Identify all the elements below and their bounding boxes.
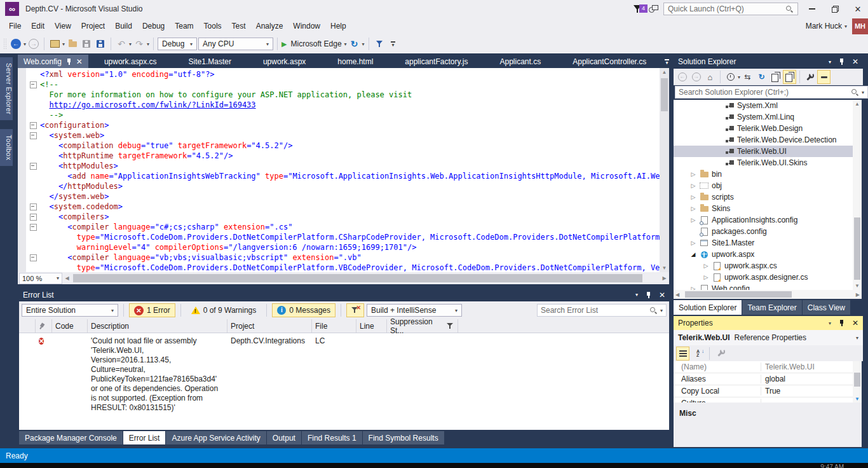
redo-button[interactable]: ↷ [133, 37, 146, 51]
menu-debug[interactable]: Debug [137, 18, 170, 34]
tab-web-config[interactable]: Web.config✕ [18, 55, 88, 68]
bottom-tab-find-symbol-results[interactable]: Find Symbol Results [363, 431, 444, 444]
outline-collapse-icon[interactable] [30, 132, 37, 139]
column-header-line[interactable]: Line [356, 319, 387, 333]
back-button[interactable]: ← [675, 70, 689, 84]
editor-zoom-select[interactable]: 100 %▾ [19, 273, 62, 284]
menu-team[interactable]: Team [170, 18, 198, 34]
menu-window[interactable]: Window [288, 18, 325, 34]
tab-upwork-aspx[interactable]: upwork.aspx [247, 55, 322, 68]
home-button[interactable]: ⌂ [703, 70, 717, 84]
column-header-project[interactable]: Project [227, 319, 312, 333]
filter-chevron-icon[interactable]: ▾ [738, 74, 740, 80]
column-filter-funnel-icon[interactable] [447, 322, 454, 330]
forward-button[interactable]: → [689, 70, 703, 84]
refresh-button[interactable]: ↻ [755, 70, 768, 84]
collapsed-icon[interactable]: ▷ [703, 274, 709, 280]
error-list-search-input[interactable]: Search Error List ▾ [537, 304, 667, 317]
editor-horizontal-scrollbar[interactable] [72, 273, 659, 283]
outline-collapse-icon[interactable] [30, 254, 37, 261]
properties-button[interactable] [803, 70, 817, 84]
notifications-flag-icon[interactable]: 4 [634, 4, 644, 13]
user-menu-chevron-icon[interactable]: ▾ [844, 24, 847, 29]
menu-help[interactable]: Help [325, 18, 351, 34]
editor-hscroll-thumb[interactable] [73, 274, 642, 282]
avatar[interactable]: MH [852, 18, 868, 34]
feedback-icon[interactable] [649, 5, 658, 13]
side-tab-toolbox[interactable]: Toolbox [0, 129, 13, 166]
pending-changes-filter-button[interactable] [724, 70, 737, 84]
solution-configuration-select[interactable]: Debug▾ [158, 38, 197, 50]
menu-view[interactable]: View [50, 18, 76, 34]
panel-tab-class-view[interactable]: Class View [803, 300, 850, 315]
close-button[interactable]: ✕ [849, 1, 867, 17]
property-row-culture[interactable]: Culture [674, 397, 853, 403]
tree-item-upwork-aspx-cs[interactable]: ▷upwork.aspx.cs [674, 260, 853, 272]
collapsed-icon[interactable]: ▷ [690, 240, 696, 246]
navigate-back-button[interactable]: ← [10, 37, 22, 51]
document-overflow-icon[interactable]: ▾ [665, 59, 669, 64]
property-row-copy-local[interactable]: Copy LocalTrue [674, 385, 853, 397]
toolbar-drag-handle[interactable] [3, 38, 6, 50]
column-header-description[interactable]: Description [88, 319, 227, 333]
sort-alphabetical-button[interactable]: AZ [691, 347, 705, 361]
tree-item-applicationinsights-config[interactable]: ▷ApplicationInsights.config [674, 214, 853, 226]
pinned-column-header[interactable] [36, 319, 52, 333]
outline-collapse-icon[interactable] [30, 163, 37, 170]
warnings-toggle[interactable]: 0 of 9 Warnings [186, 303, 262, 317]
pin-icon[interactable] [646, 292, 651, 298]
save-all-button[interactable] [94, 37, 107, 51]
bottom-tab-output[interactable]: Output [267, 431, 301, 444]
window-position-chevron-icon[interactable]: ▾ [829, 320, 831, 326]
navigate-forward-button[interactable]: → [27, 37, 40, 51]
panel-tab-solution-explorer[interactable]: Solution Explorer [674, 300, 742, 315]
close-pane-icon[interactable]: ✕ [852, 319, 858, 327]
properties-object-select[interactable]: Telerik.Web.UI Reference Properties ▾ [674, 330, 863, 345]
outline-collapse-icon[interactable] [30, 81, 37, 88]
column-header-suppression-st[interactable]: Suppression St... [387, 319, 458, 333]
tree-item-system-xml-linq[interactable]: System.Xml.Linq [674, 111, 853, 123]
user-name[interactable]: Mark Huck [806, 22, 842, 31]
editor-vscroll-thumb[interactable] [661, 78, 668, 111]
property-row-name[interactable]: (Name)Telerik.Web.UI [674, 361, 853, 373]
solution-explorer-horizontal-scrollbar[interactable]: ◀ ▶ [674, 290, 862, 299]
minimize-button[interactable] [803, 1, 821, 17]
refresh-button[interactable]: ↻ [348, 37, 361, 51]
expanded-icon[interactable]: ◢ [690, 251, 696, 258]
sync-selection-button[interactable]: ⇆ [741, 70, 754, 84]
error-scope-select[interactable]: Entire Solution▾ [22, 304, 118, 317]
application-insights-button[interactable] [373, 37, 386, 51]
collapsed-icon[interactable]: ▷ [690, 194, 696, 200]
solution-platform-select[interactable]: Any CPU▾ [198, 38, 273, 50]
collapsed-icon[interactable]: ▷ [690, 205, 696, 212]
scroll-up-icon[interactable]: ▲ [660, 69, 669, 75]
tab-applicantcontroller-cs[interactable]: ApplicantController.cs [557, 55, 662, 68]
close-pane-icon[interactable]: ✕ [852, 57, 858, 66]
save-button[interactable] [80, 37, 93, 51]
tree-item-telerik-web-ui-skins[interactable]: Telerik.Web.UI.Skins [674, 157, 853, 169]
tab-upwork-aspx-cs[interactable]: upwork.aspx.cs [88, 55, 173, 68]
solution-explorer-search-input[interactable]: Search Solution Explorer (Ctrl+;) ▾ [675, 86, 868, 99]
categorized-button[interactable] [676, 347, 689, 361]
tree-item-upwork-aspx-designer-cs[interactable]: ▷upwork.aspx.designer.cs [674, 272, 853, 283]
filter-errors-button[interactable]: ✕ [346, 303, 364, 317]
start-debugging-button[interactable]: ▶ Microsoft Edge ▾ [281, 37, 347, 51]
scroll-thumb[interactable] [854, 373, 860, 387]
tree-item-skins[interactable]: ▷Skins [674, 203, 853, 214]
messages-toggle[interactable]: i 0 Messages [272, 303, 336, 317]
tree-item-bin[interactable]: ▷bin [674, 169, 853, 180]
undo-button[interactable]: ↶ [115, 37, 128, 51]
refresh-chevron-icon[interactable]: ▾ [362, 41, 365, 47]
scroll-down-icon[interactable]: ▼ [853, 396, 862, 402]
collapsed-icon[interactable]: ▷ [690, 171, 696, 177]
collapsed-icon[interactable]: ▷ [690, 286, 696, 290]
bottom-tab-error-list[interactable]: Error List [123, 431, 166, 444]
tree-item-system-xml[interactable]: System.Xml [674, 100, 853, 111]
menu-test[interactable]: Test [227, 18, 251, 34]
undo-chevron-icon[interactable]: ▾ [129, 41, 132, 47]
pin-icon[interactable] [839, 320, 844, 326]
solution-explorer-vertical-scrollbar[interactable]: ▲ ▼ [853, 100, 862, 290]
collapsed-icon[interactable]: ▷ [703, 263, 709, 269]
scroll-left-icon[interactable]: ◀ [62, 275, 72, 281]
tab-applicantfactory-js[interactable]: applicantFactory.js [389, 55, 484, 68]
